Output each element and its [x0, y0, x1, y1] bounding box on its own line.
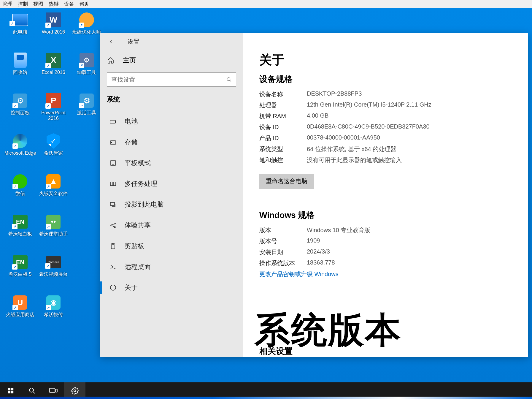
desktop-icon-label: 激活工具: [77, 110, 96, 115]
desktop-icon-label: 微信: [15, 191, 25, 196]
clipboard-icon: [109, 242, 117, 250]
svg-rect-23: [50, 388, 55, 392]
spec-value: DESKTOP-2B88FP3: [307, 90, 362, 98]
desktop-icon[interactable]: Microsoft Edge: [4, 133, 36, 169]
desktop-icon[interactable]: ✓希沃管家: [37, 133, 69, 169]
desktop-icon[interactable]: 班级优化大师: [71, 12, 103, 48]
desktop-icon[interactable]: XExcel 2016: [37, 52, 69, 88]
desktop-icon[interactable]: EN希沃白板 5: [4, 254, 36, 290]
desktop-icon-label: 希沃课堂助手: [39, 231, 68, 237]
svg-point-0: [227, 77, 230, 81]
desktop-icon[interactable]: Camera希沃视频展台: [37, 254, 69, 290]
desktop-icon[interactable]: WWord 2016: [37, 12, 69, 48]
sidebar-item-remote[interactable]: 远程桌面: [100, 256, 243, 277]
desktop-icon[interactable]: ▲火绒安全软件: [37, 173, 69, 209]
lion-icon: [77, 12, 96, 28]
section-system-header: 系统: [100, 90, 243, 111]
desktop[interactable]: 此电脑WWord 2016班级优化大师回收站XExcel 2016⚙卸载工具⚙控…: [0, 8, 532, 382]
desktop-icon[interactable]: ••希沃课堂助手: [37, 214, 69, 249]
page-title: 关于: [259, 52, 512, 68]
settings-sidebar: 设置 主页 系统 电池存储平板模式多任务处理投影到此电脑体验共享剪贴板远程桌面关…: [100, 33, 243, 357]
menu-manage[interactable]: 管理: [2, 1, 12, 7]
shared-icon: [109, 221, 117, 229]
sidebar-item-multitask[interactable]: 多任务处理: [100, 173, 243, 194]
desktop-icon-label: 回收站: [13, 69, 27, 75]
menu-hotkey[interactable]: 热键: [49, 1, 59, 7]
svg-point-12: [114, 227, 115, 228]
sidebar-item-project[interactable]: 投影到此电脑: [100, 194, 243, 215]
desktop-icon[interactable]: U火绒应用商店: [4, 294, 36, 330]
spec-row: 笔和触控没有可用于此显示器的笔或触控输入: [259, 156, 512, 164]
desktop-icon-label: 希沃管家: [44, 150, 63, 156]
spec-value: 4.00 GB: [307, 112, 328, 120]
search-input[interactable]: [111, 76, 226, 83]
tablet-icon: [109, 159, 117, 167]
sidebar-item-shared[interactable]: 体验共享: [100, 215, 243, 236]
sidebar-item-clipboard[interactable]: 剪贴板: [100, 236, 243, 256]
en-icon: EN: [11, 254, 30, 270]
sidebar-item-tablet[interactable]: 平板模式: [100, 153, 243, 173]
spec-key: 设备 ID: [259, 123, 307, 131]
svg-rect-20: [8, 391, 10, 393]
sidebar-item-battery[interactable]: 电池: [100, 111, 243, 132]
spec-key: 安装日期: [259, 248, 307, 256]
svg-rect-24: [55, 389, 57, 392]
related-settings-heading: 相关设置: [259, 346, 293, 357]
cam-icon: Camera: [44, 254, 63, 270]
desktop-icon[interactable]: EN希沃轻白板: [4, 214, 36, 249]
search-box[interactable]: [107, 72, 236, 87]
desktop-icon-label: 希沃视频展台: [39, 271, 68, 277]
gear-blue-icon: ⚙: [77, 93, 96, 109]
search-icon: [226, 77, 232, 82]
desktop-icon[interactable]: ⚙卸载工具: [71, 52, 103, 88]
desktop-icon-label: PowerPoint 2016: [37, 110, 69, 121]
spec-value: 12th Gen Intel(R) Core(TM) i5-1240P 2.11…: [307, 101, 431, 109]
back-button[interactable]: [106, 37, 116, 46]
sidebar-item-storage[interactable]: 存储: [100, 132, 243, 153]
sidebar-item-about[interactable]: 关于: [100, 277, 243, 298]
home-label: 主页: [123, 56, 136, 65]
desktop-icon[interactable]: 微信: [4, 173, 36, 209]
desktop-icon[interactable]: ◉希沃快传: [37, 294, 69, 330]
multitask-icon: [109, 180, 117, 188]
spec-key: 设备名称: [259, 90, 307, 98]
spec-key: 操作系统版本: [259, 259, 307, 267]
cyan-icon: ◉: [44, 294, 63, 311]
sidebar-item-label: 体验共享: [125, 221, 151, 230]
device-spec-heading: 设备规格: [259, 74, 512, 85]
desktop-icon[interactable]: 此电脑: [4, 12, 36, 48]
desktop-icon-label: 火绒应用商店: [6, 312, 34, 317]
spec-value: 2024/3/3: [307, 248, 330, 256]
wechat-icon: [11, 173, 30, 189]
home-nav[interactable]: 主页: [100, 50, 243, 71]
menu-help[interactable]: 帮助: [80, 1, 90, 7]
storage-icon: [109, 138, 117, 146]
menu-device[interactable]: 设备: [64, 1, 74, 7]
menu-view[interactable]: 视图: [33, 1, 43, 7]
en-icon: EN: [11, 214, 30, 230]
desktop-icon[interactable]: ⚙控制面板: [4, 93, 36, 128]
sidebar-item-label: 存储: [125, 138, 138, 147]
shield-icon: ✓: [44, 133, 63, 149]
spec-value: 00378-40000-00001-AA950: [307, 134, 380, 142]
spec-key: 版本: [259, 226, 307, 234]
desktop-icon-label: 卸载工具: [77, 69, 96, 75]
settings-window: 设置 主页 系统 电池存储平板模式多任务处理投影到此电脑体验共享剪贴板远程桌面关…: [100, 33, 528, 357]
spec-row: 操作系统版本18363.778: [259, 259, 512, 267]
rename-pc-button[interactable]: 重命名这台电脑: [259, 174, 314, 189]
desktop-icon-label: 希沃轻白板: [8, 231, 32, 237]
project-icon: [109, 201, 117, 208]
menu-control[interactable]: 控制: [18, 1, 28, 7]
spec-row: 机带 RAM4.00 GB: [259, 112, 512, 120]
settings-content: 关于 设备规格 设备名称DESKTOP-2B88FP3处理器12th Gen I…: [243, 33, 528, 357]
spec-value: 1909: [307, 237, 320, 245]
svg-point-11: [114, 223, 115, 224]
desktop-icon[interactable]: PPowerPoint 2016: [37, 93, 69, 128]
desktop-icon[interactable]: 回收站: [4, 52, 36, 88]
spec-key: 机带 RAM: [259, 112, 307, 120]
spec-row: 安装日期2024/3/3: [259, 248, 512, 256]
change-product-key-link[interactable]: 更改产品密钥或升级 Windows: [259, 270, 512, 278]
desktop-icon-label: Microsoft Edge: [4, 150, 36, 156]
spec-key: 版本号: [259, 237, 307, 245]
desktop-icon[interactable]: ⚙激活工具: [71, 93, 103, 128]
